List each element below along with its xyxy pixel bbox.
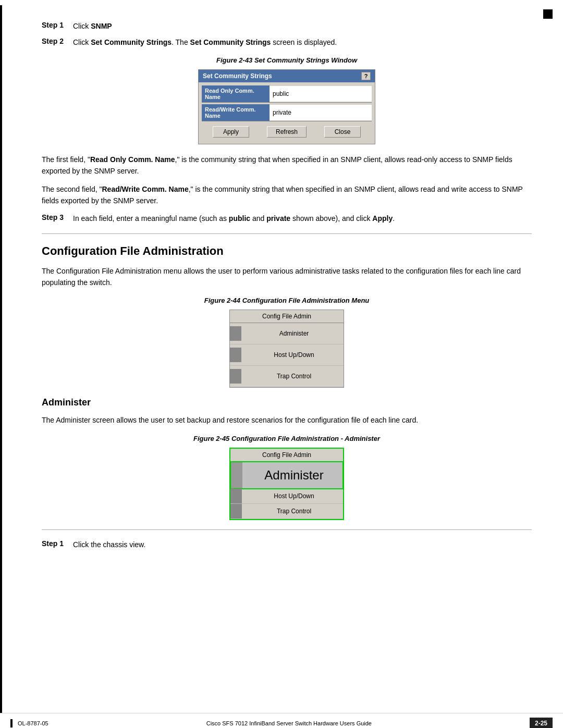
figure-43-window: Set Community Strings ? Read Only Comm. … bbox=[42, 69, 532, 144]
footer-center: Cisco SFS 7012 InfiniBand Server Switch … bbox=[48, 720, 530, 726]
step-2-content: Click Set Community Strings. The Set Com… bbox=[73, 37, 532, 48]
step-3-row: Step 3 In each field, enter a meaningful… bbox=[42, 213, 532, 224]
step-2-label: Step 2 bbox=[42, 37, 73, 45]
field-label-2: Read/Write Comm.Name bbox=[202, 104, 270, 121]
apply-button[interactable]: Apply bbox=[213, 126, 249, 138]
administer-arrow-highlighted bbox=[231, 462, 242, 488]
divider-1 bbox=[42, 233, 532, 234]
field-value-1: public bbox=[270, 86, 372, 102]
body-bold-2: Read/Write Comm. Name bbox=[102, 185, 188, 193]
step-final-label: Step 1 bbox=[42, 539, 73, 548]
body-text-2: The second field, "Read/Write Comm. Name… bbox=[42, 183, 532, 207]
administer-arrow-hostupdown bbox=[230, 489, 242, 503]
step-1-row: Step 1 Click SNMP bbox=[42, 21, 532, 32]
sub-heading-administer: Administer bbox=[42, 397, 532, 408]
left-border bbox=[0, 5, 2, 728]
private-bold: private bbox=[266, 214, 290, 223]
top-right-square bbox=[543, 9, 553, 19]
administer-label-hostupdown: Host Up/Down bbox=[245, 489, 343, 503]
step-final-row: Step 1 Click the chassis view. bbox=[42, 539, 532, 550]
step-2-row: Step 2 Click Set Community Strings. The … bbox=[42, 37, 532, 48]
set-community-bold2: Set Community Strings bbox=[190, 38, 271, 46]
config-body-text: The Configuration File Administration me… bbox=[42, 265, 532, 289]
administer-menu-item-hostupdown: Host Up/Down bbox=[230, 489, 343, 504]
footer-left: OL-8787-05 bbox=[10, 719, 48, 727]
close-button[interactable]: Close bbox=[324, 126, 361, 138]
field-row-1: Read Only Comm. Name public bbox=[202, 85, 372, 103]
administer-arrow-trapcontrol bbox=[230, 504, 242, 519]
config-menu-title: Config File Admin bbox=[230, 310, 344, 323]
step-3-label: Step 3 bbox=[42, 213, 73, 221]
community-strings-window: Set Community Strings ? Read Only Comm. … bbox=[198, 69, 375, 144]
footer-left-bar bbox=[10, 719, 13, 727]
page-footer: OL-8787-05 Cisco SFS 7012 InfiniBand Ser… bbox=[0, 713, 563, 728]
menu-label-trapcontrol: Trap Control bbox=[244, 373, 344, 380]
community-button-row: Apply Refresh Close bbox=[202, 123, 372, 141]
footer-right-page-number: 2-25 bbox=[530, 718, 553, 728]
menu-arrow-trapcontrol bbox=[230, 369, 241, 384]
administer-body-text: The Administer screen allows the user to… bbox=[42, 414, 532, 426]
administer-label-trapcontrol: Trap Control bbox=[245, 504, 343, 518]
figure-44-caption: Figure 2-44 Configuration File Administr… bbox=[42, 297, 532, 304]
field-label-1: Read Only Comm. Name bbox=[202, 85, 270, 102]
administer-menu-item-trapcontrol: Trap Control bbox=[230, 504, 343, 519]
figure-44-window: Config File Admin Administer Host Up/Dow… bbox=[42, 310, 532, 388]
administer-menu-item-highlighted: Administer bbox=[230, 461, 344, 489]
administer-label-highlighted: Administer bbox=[246, 463, 342, 488]
step-3-content: In each field, enter a meaningful name (… bbox=[73, 213, 532, 224]
config-menu-window: Config File Admin Administer Host Up/Dow… bbox=[229, 310, 344, 388]
set-community-bold1: Set Community Strings bbox=[91, 38, 172, 46]
refresh-button[interactable]: Refresh bbox=[267, 126, 307, 138]
community-window-title: Set Community Strings bbox=[203, 72, 272, 80]
public-bold: public bbox=[229, 214, 250, 223]
snmp-bold: SNMP bbox=[91, 22, 112, 30]
page-container: Step 1 Click SNMP Step 2 Click Set Commu… bbox=[0, 5, 563, 728]
field-row-2: Read/Write Comm.Name private bbox=[202, 104, 372, 121]
step-1-content: Click SNMP bbox=[73, 21, 532, 32]
divider-2 bbox=[42, 529, 532, 530]
menu-item-hostupdown: Host Up/Down bbox=[230, 344, 344, 366]
section-heading-config: Configuration File Administration bbox=[42, 244, 532, 258]
administer-window: Config File Admin Administer Host Up/Dow… bbox=[229, 448, 344, 520]
menu-arrow-administer bbox=[230, 326, 241, 341]
step-1-label: Step 1 bbox=[42, 21, 73, 29]
step-final-content: Click the chassis view. bbox=[73, 539, 532, 550]
menu-label-hostupdown: Host Up/Down bbox=[244, 351, 344, 359]
administer-window-title: Config File Admin bbox=[230, 449, 343, 462]
content-area: Step 1 Click SNMP Step 2 Click Set Commu… bbox=[0, 5, 563, 597]
field-value-2: private bbox=[270, 105, 372, 120]
menu-item-administer: Administer bbox=[230, 323, 344, 344]
community-window-titlebar: Set Community Strings ? bbox=[199, 70, 375, 82]
menu-item-trapcontrol: Trap Control bbox=[230, 366, 344, 387]
apply-bold: Apply bbox=[372, 214, 393, 223]
community-form-area: Read Only Comm. Name public Read/Write C… bbox=[199, 82, 375, 144]
menu-label-administer: Administer bbox=[244, 330, 344, 337]
body-bold-1: Read Only Comm. Name bbox=[90, 155, 175, 164]
figure-45-window: Config File Admin Administer Host Up/Dow… bbox=[42, 448, 532, 520]
help-button[interactable]: ? bbox=[361, 72, 371, 80]
body-text-1: The first field, "Read Only Comm. Name,"… bbox=[42, 154, 532, 177]
menu-arrow-hostupdown bbox=[230, 348, 241, 362]
figure-43-caption: Figure 2-43 Set Community Strings Window bbox=[42, 56, 532, 64]
figure-45-caption: Figure 2-45 Configuration File Administr… bbox=[42, 435, 532, 442]
footer-left-label: OL-8787-05 bbox=[18, 720, 48, 726]
